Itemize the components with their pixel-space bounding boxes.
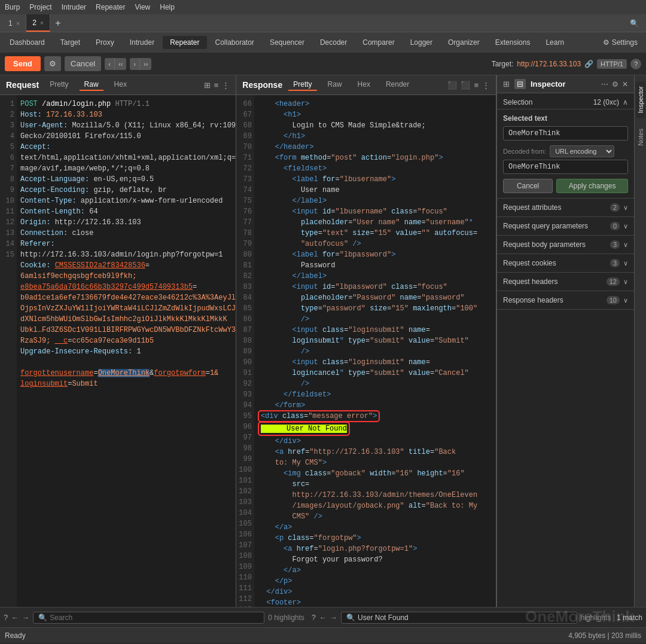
request-cookies-header[interactable]: Request cookies 3 ∨	[497, 254, 634, 272]
tab-add-button[interactable]: +	[50, 18, 65, 29]
request-search-box[interactable]: 🔍	[33, 612, 264, 624]
request-icon-lines[interactable]: ≡	[214, 81, 219, 90]
navtab-learn[interactable]: Learn	[538, 36, 571, 49]
request-attributes-section: Request attributes 2 ∨	[497, 199, 634, 217]
request-code-area[interactable]: 123456789101112131415 POST /admin/login.…	[0, 95, 236, 607]
response-tab-hex[interactable]: Hex	[353, 79, 375, 91]
navtab-proxy[interactable]: Proxy	[89, 36, 121, 49]
tab-1-close[interactable]: ×	[16, 20, 20, 27]
navtab-collaborator[interactable]: Collaborator	[208, 36, 261, 49]
highlights-count[interactable]: 0 highlights	[268, 614, 304, 622]
tab-search-icon[interactable]: 🔍	[625, 19, 644, 28]
resp-90: <input class="loginsubmit" name=	[258, 357, 492, 368]
help-icon[interactable]: ?	[630, 59, 641, 69]
inspector-header: ⊞ ⊟ Inspector ⋯ ⚙ ✕	[497, 75, 634, 93]
request-line-1: POST /admin/login.php HTTP/1.1	[20, 99, 232, 109]
response-arrow-fwd-icon[interactable]: →	[330, 614, 337, 622]
navtab-dashboard[interactable]: Dashboard	[2, 36, 52, 49]
request-search-input[interactable]	[50, 614, 259, 622]
menu-intruder[interactable]: Intruder	[62, 3, 86, 11]
navtab-organizer[interactable]: Organizer	[441, 36, 487, 49]
menu-view[interactable]: View	[135, 3, 150, 11]
response-tab-pretty[interactable]: Pretty	[288, 79, 316, 91]
response-icon-lines[interactable]: ≡	[474, 81, 479, 90]
response-highlights-tab[interactable]: highlights	[581, 614, 611, 622]
toolbar: Send ⚙ Cancel ‹ ‹‹ › ›› Target: http://1…	[0, 53, 646, 75]
sidebar-tab-inspector[interactable]: Inspector	[636, 81, 645, 118]
navtab-repeater[interactable]: Repeater	[163, 36, 206, 49]
request-arrow-back-icon[interactable]: ←	[11, 614, 19, 622]
request-body-header[interactable]: Request body parameters 3 ∨	[497, 236, 634, 254]
inspector-icon-grid2[interactable]: ⊟	[514, 79, 526, 89]
navtab-intruder[interactable]: Intruder	[123, 36, 162, 49]
navtab-sequencer[interactable]: Sequencer	[263, 36, 312, 49]
request-tab-raw[interactable]: Raw	[80, 79, 103, 91]
response-help-icon[interactable]: ?	[312, 613, 316, 622]
response-tab-render[interactable]: Render	[381, 79, 414, 91]
nav-forward2-button[interactable]: ››	[140, 58, 151, 70]
response-search-input[interactable]	[358, 614, 572, 622]
navtab-target[interactable]: Target	[53, 36, 87, 49]
request-tab-hex[interactable]: Hex	[109, 79, 132, 91]
resp-102: http://172.16.33.103/admin/themes/OneEle…	[258, 490, 492, 500]
response-icon-split1[interactable]: ⬛	[447, 81, 457, 90]
request-line-11b: http://172.16.33.103/admin/login.php?for…	[20, 249, 232, 260]
gear-button[interactable]: ⚙	[44, 56, 61, 71]
apply-changes-button[interactable]: Apply changes	[556, 179, 628, 193]
target-link-icon[interactable]: 🔗	[584, 60, 593, 68]
response-code-area[interactable]: 6667686970 7172737475 7677787980 8182838…	[236, 95, 496, 607]
request-body-label: Request body parameters	[503, 240, 610, 249]
request-help-icon[interactable]: ?	[4, 613, 8, 622]
request-line-3b: Gecko/20100101 Firefox/115.0	[20, 131, 232, 142]
tab-2-close[interactable]: ×	[40, 19, 44, 26]
inspector-icon-settings[interactable]: ⚙	[612, 80, 618, 88]
inspector-icon-grid1[interactable]: ⊞	[503, 80, 510, 88]
tab-1[interactable]: 1 ×	[2, 14, 26, 32]
navtab-extensions[interactable]: Extensions	[488, 36, 538, 49]
request-icon-grid[interactable]: ⊞	[204, 81, 211, 90]
selection-expand-icon[interactable]: ∧	[623, 98, 628, 106]
inspector-close-icon[interactable]: ✕	[622, 80, 628, 88]
inspector-icon-lines[interactable]: ⋯	[601, 80, 608, 88]
response-icon-split2[interactable]: ⬛	[461, 81, 470, 90]
navtab-comparer[interactable]: Comparer	[355, 36, 401, 49]
resp-105: </a>	[258, 522, 492, 533]
send-button[interactable]: Send	[5, 56, 41, 71]
request-panel: Request Pretty Raw Hex ⊞ ≡ ⋮ 12345678910…	[0, 75, 236, 607]
encoding-select[interactable]: URL encoding Base64 HTML encoding	[550, 145, 614, 157]
navtab-decoder[interactable]: Decoder	[313, 36, 354, 49]
request-body-arrow-icon: ∨	[623, 241, 628, 249]
request-tab-pretty[interactable]: Pretty	[45, 79, 73, 91]
navtab-logger[interactable]: Logger	[403, 36, 440, 49]
response-icon-menu[interactable]: ⋮	[482, 81, 490, 90]
settings-button[interactable]: ⚙ Settings	[597, 36, 644, 49]
nav-back2-button[interactable]: ‹‹	[115, 58, 126, 70]
resp-93: </fieldset>	[258, 389, 492, 400]
resp-70: </header>	[258, 142, 492, 152]
request-code-content[interactable]: POST /admin/login.php HTTP/1.1 Host: 172…	[17, 95, 236, 607]
response-code-content[interactable]: <header> <h1> Login to CMS Made Simple&t…	[254, 95, 496, 607]
response-tab-raw[interactable]: Raw	[323, 79, 347, 91]
request-attributes-header[interactable]: Request attributes 2 ∨	[497, 199, 634, 216]
menu-help[interactable]: Help	[160, 3, 175, 11]
menu-burp[interactable]: Burp	[5, 3, 20, 11]
tab-2[interactable]: 2 ×	[26, 14, 50, 32]
http-version-badge[interactable]: HTTP/1	[597, 59, 627, 69]
request-cookies-arrow-icon: ∨	[623, 260, 628, 267]
sidebar-tab-notes[interactable]: Notes	[636, 124, 645, 151]
cancel-button[interactable]: Cancel	[503, 179, 553, 193]
request-headers-header[interactable]: Request headers 12 ∨	[497, 273, 634, 291]
nav-forward-button[interactable]: ›	[130, 58, 140, 70]
request-query-header[interactable]: Request query parameters 0 ∨	[497, 217, 634, 235]
menu-project[interactable]: Project	[29, 3, 51, 11]
request-cookies-count: 3	[610, 259, 620, 267]
request-icon-menu[interactable]: ⋮	[222, 81, 230, 90]
request-body-count: 3	[610, 240, 620, 249]
cancel-nav-button[interactable]: Cancel	[65, 56, 102, 71]
response-arrow-back-icon[interactable]: ←	[319, 614, 327, 622]
response-search-box[interactable]: 🔍	[341, 612, 577, 624]
menu-repeater[interactable]: Repeater	[96, 3, 125, 11]
nav-back-button[interactable]: ‹	[105, 58, 115, 70]
request-arrow-fwd-icon[interactable]: →	[22, 614, 29, 622]
response-headers-header[interactable]: Response headers 10 ∨	[497, 291, 634, 309]
